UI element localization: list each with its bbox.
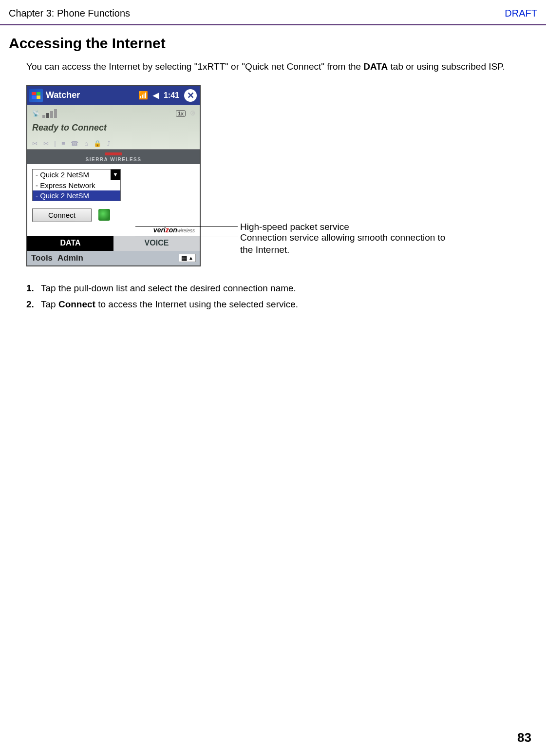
step-2-num: 2.	[26, 297, 35, 312]
sierra-wireless-band: SIERRA WIRELESS	[27, 150, 200, 164]
signal-icon: 📶	[138, 91, 148, 100]
carrier-z: z	[166, 226, 169, 234]
callout-quick: Connection service allowing smooth conne…	[240, 231, 454, 256]
onex-badge: 1x	[176, 110, 186, 117]
antenna-icon: 📡	[32, 110, 39, 117]
dropdown-selected: - Quick 2 NetSM	[33, 170, 111, 180]
page-content: Accessing the Internet You can access th…	[0, 25, 546, 312]
callout-line-quick	[135, 237, 238, 237]
connect-button[interactable]: Connect	[32, 208, 92, 222]
globe-icon[interactable]	[98, 209, 110, 221]
app-title: Watcher	[46, 90, 80, 100]
bottom-bar: Tools Admin ▦▲	[27, 251, 200, 265]
close-icon[interactable]: ✕	[184, 89, 197, 102]
signal-bars-icon	[42, 109, 57, 118]
sound-icon: ◀	[153, 91, 159, 100]
status-text: Ready to Connect	[32, 123, 195, 133]
keyboard-icon[interactable]: ▦▲	[179, 254, 196, 262]
sierra-label: SIERRA WIRELESS	[86, 157, 142, 162]
tab-bar: DATA VOICE	[27, 236, 200, 251]
status-panel: 📡 1x ® Ready to Connect ✉ ✉ | ≡ ☎ ⌂ 🔒 ⤴	[27, 105, 200, 150]
connection-dropdown[interactable]: - Quick 2 NetSM ▼	[32, 169, 121, 180]
intro-text-post: tab or using subscribed ISP.	[388, 61, 505, 72]
tab-data[interactable]: DATA	[27, 236, 113, 251]
menu-tools[interactable]: Tools	[31, 253, 53, 263]
carrier-brand: verizonwireless	[27, 223, 200, 236]
carrier-pre: veri	[153, 226, 166, 234]
callout-line-express	[135, 226, 238, 227]
step-2-pre: Tap	[41, 299, 58, 309]
page-header: Chapter 3: Phone Functions DRAFT	[0, 0, 546, 25]
callout-quick-text: Connection service allowing smooth conne…	[240, 232, 445, 255]
chevron-down-icon[interactable]: ▼	[111, 170, 120, 180]
mini-status-icons: ✉ ✉ | ≡ ☎ ⌂ 🔒 ⤴	[32, 140, 195, 147]
steps-list: 1. Tap the pull-down list and select the…	[9, 281, 537, 312]
start-menu-icon[interactable]	[29, 89, 43, 102]
step-1: 1. Tap the pull-down list and select the…	[26, 281, 537, 296]
intro-bold: DATA	[363, 61, 388, 72]
dropdown-item-quick[interactable]: - Quick 2 NetSM	[33, 190, 120, 201]
chapter-label: Chapter 3: Phone Functions	[9, 8, 130, 19]
step-1-text: Tap the pull-down list and select the de…	[41, 281, 296, 296]
step-2: 2. Tap Connect to access the Internet us…	[26, 297, 537, 312]
step-2-text: Tap Connect to access the Internet using…	[41, 297, 298, 312]
intro-text-pre: You can access the Internet by selecting…	[26, 61, 363, 72]
page-number: 83	[517, 730, 531, 745]
roaming-icon: ®	[190, 110, 195, 117]
draft-label: DRAFT	[505, 8, 537, 19]
dropdown-section: - Quick 2 NetSM ▼ - Express Network - Qu…	[27, 164, 200, 204]
step-1-num: 1.	[26, 281, 35, 296]
carrier-sub: wireless	[177, 228, 195, 233]
tab-voice[interactable]: VOICE	[113, 236, 200, 251]
figure-area: Watcher 📶 ◀ 1:41 ✕ 📡 1x ®	[9, 85, 537, 266]
connect-row: Connect	[27, 204, 200, 223]
menu-admin[interactable]: Admin	[57, 253, 83, 263]
watcher-screenshot: Watcher 📶 ◀ 1:41 ✕ 📡 1x ®	[26, 85, 201, 266]
dropdown-list: - Express Network - Quick 2 NetSM	[32, 180, 121, 201]
step-2-bold: Connect	[58, 299, 95, 309]
intro-paragraph: You can access the Internet by selecting…	[9, 60, 537, 74]
step-2-post: to access the Internet using the selecte…	[95, 299, 298, 309]
dropdown-item-express[interactable]: - Express Network	[33, 180, 120, 190]
callout-express-text: High-speed packet service	[240, 222, 349, 232]
clock-time: 1:41	[164, 91, 179, 100]
section-heading: Accessing the Internet	[9, 35, 537, 52]
title-bar: Watcher 📶 ◀ 1:41 ✕	[27, 86, 200, 105]
carrier-on: on	[169, 226, 177, 234]
